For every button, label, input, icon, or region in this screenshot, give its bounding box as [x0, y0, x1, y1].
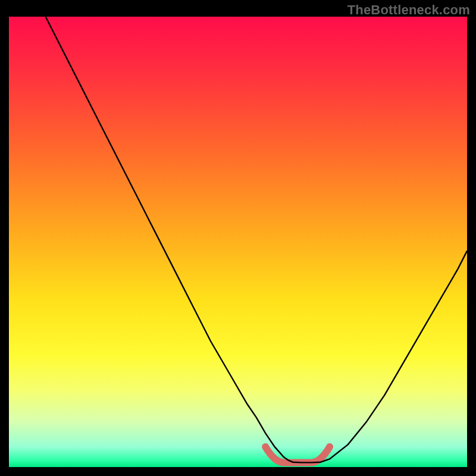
- plot-svg: [9, 17, 467, 467]
- watermark-text: TheBottleneck.com: [347, 2, 470, 18]
- bottleneck-plot: [9, 17, 467, 467]
- chart-frame: TheBottleneck.com: [0, 0, 476, 476]
- gradient-rect: [9, 17, 467, 467]
